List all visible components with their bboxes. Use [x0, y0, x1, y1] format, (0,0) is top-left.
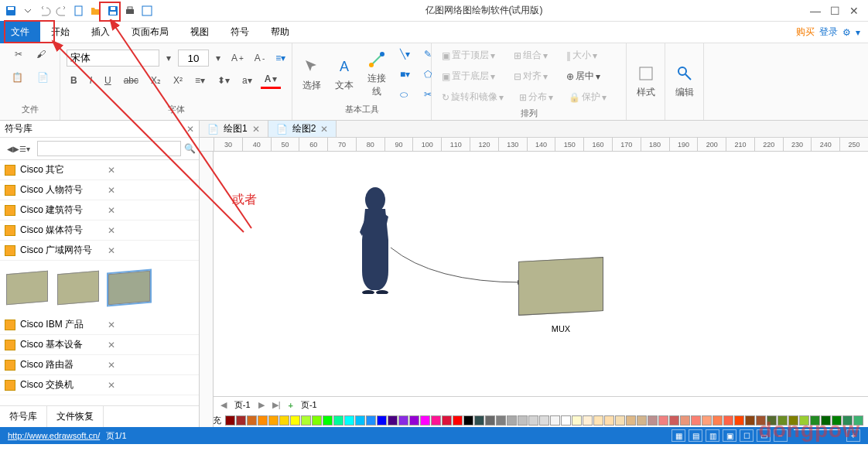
subscript-button[interactable]: X₂: [147, 73, 165, 88]
protect-button[interactable]: 🔒 保护 ▾: [565, 88, 610, 106]
minimize-button[interactable]: —: [810, 5, 821, 17]
page-last[interactable]: ▶|: [272, 400, 281, 410]
color-swatch[interactable]: [236, 415, 246, 426]
color-swatch[interactable]: [442, 415, 452, 426]
style-button[interactable]: 样式: [633, 62, 659, 101]
symbol-menu[interactable]: 符号: [220, 21, 260, 43]
increase-font[interactable]: A+: [227, 50, 248, 66]
text-tool[interactable]: A文本: [331, 55, 357, 94]
mux-shape[interactable]: MUX: [518, 259, 603, 333]
lib-close[interactable]: ✕: [104, 205, 195, 216]
save-button[interactable]: [3, 3, 19, 19]
doc-tab-2[interactable]: 📄 绘图2 ✕: [268, 121, 337, 137]
color-swatch[interactable]: [507, 415, 517, 426]
italic-button[interactable]: I: [86, 73, 96, 88]
view-mode-1[interactable]: ▦: [672, 429, 685, 442]
copy-button[interactable]: 📋: [8, 70, 27, 85]
lib-close[interactable]: ✕: [104, 245, 195, 256]
color-swatch[interactable]: [279, 415, 289, 426]
color-swatch[interactable]: [593, 415, 603, 426]
file-menu[interactable]: 文件: [0, 21, 40, 43]
clone-button[interactable]: 📄: [33, 70, 53, 85]
view-mode-5[interactable]: ☐: [740, 429, 754, 442]
color-swatch[interactable]: [561, 415, 571, 426]
color-swatch[interactable]: [518, 415, 528, 426]
distribute-button[interactable]: ⊞ 分布 ▾: [515, 88, 557, 106]
library-item[interactable]: Cisco 人物符号✕: [0, 180, 199, 200]
lib-close[interactable]: ✕: [104, 225, 195, 236]
color-swatch[interactable]: [344, 415, 354, 426]
color-swatch[interactable]: [323, 415, 333, 426]
font-size-input[interactable]: [178, 50, 209, 67]
library-item[interactable]: Cisco 建筑符号✕: [0, 200, 199, 220]
new-button[interactable]: [71, 3, 87, 19]
dropdown-icon[interactable]: ▾: [856, 27, 860, 38]
shape-thumb[interactable]: [57, 271, 99, 306]
shape-thumb[interactable]: [6, 271, 48, 306]
font-dropdown[interactable]: ▾: [162, 50, 175, 66]
search-icon[interactable]: 🔍: [184, 143, 196, 154]
align-button[interactable]: a▾: [238, 73, 256, 88]
color-swatch[interactable]: [734, 415, 744, 426]
lib-close[interactable]: ✕: [104, 380, 195, 391]
gear-icon[interactable]: ⚙: [842, 27, 851, 38]
status-url[interactable]: http://www.edrawsoft.cn/: [8, 431, 100, 440]
color-swatch[interactable]: [409, 415, 419, 426]
connector-tool[interactable]: 连接线: [364, 48, 390, 101]
color-swatch[interactable]: [572, 415, 582, 426]
color-swatch[interactable]: [474, 415, 484, 426]
color-swatch[interactable]: [355, 415, 365, 426]
color-swatch[interactable]: [723, 415, 733, 426]
color-swatch[interactable]: [669, 415, 679, 426]
help-menu[interactable]: 帮助: [260, 21, 300, 43]
print-button[interactable]: [122, 3, 138, 19]
library-item[interactable]: Cisco 路由器✕: [0, 355, 199, 375]
edit-button[interactable]: 编辑: [672, 62, 698, 101]
qat-dropdown[interactable]: [20, 3, 36, 19]
nav-buttons[interactable]: ◀▶☰▾: [3, 142, 34, 156]
color-swatch[interactable]: [539, 415, 549, 426]
close-tab-1[interactable]: ✕: [252, 124, 260, 135]
color-swatch[interactable]: [453, 415, 463, 426]
bottom-layer-button[interactable]: ▣ 置于底层 ▾: [438, 67, 499, 85]
color-swatch[interactable]: [648, 415, 658, 426]
underline-button[interactable]: U: [101, 73, 115, 88]
color-swatch[interactable]: [398, 415, 408, 426]
rect-tool[interactable]: ■▾: [396, 67, 414, 82]
color-swatch[interactable]: [713, 415, 723, 426]
clear-format[interactable]: ≡▾: [272, 50, 289, 66]
bold-button[interactable]: B: [67, 73, 81, 88]
view-mode-2[interactable]: ▤: [689, 429, 702, 442]
color-swatch[interactable]: [496, 415, 506, 426]
color-swatch[interactable]: [247, 415, 257, 426]
line-spacing-button[interactable]: ⬍▾: [214, 73, 234, 88]
color-swatch[interactable]: [691, 415, 701, 426]
color-swatch[interactable]: [702, 415, 712, 426]
sidebar-close[interactable]: ✕: [186, 124, 194, 135]
library-item[interactable]: Cisco 广域网符号✕: [0, 241, 199, 261]
page-prev[interactable]: ◀: [220, 400, 227, 410]
color-swatch[interactable]: [333, 415, 343, 426]
lib-close[interactable]: ✕: [104, 340, 195, 350]
color-swatch[interactable]: [637, 415, 647, 426]
color-swatch[interactable]: [377, 415, 387, 426]
color-swatch[interactable]: [431, 415, 441, 426]
library-item[interactable]: Cisco IBM 产品✕: [0, 315, 199, 335]
shape-thumb-selected[interactable]: [108, 271, 150, 306]
search-input[interactable]: [37, 141, 181, 156]
center-button[interactable]: ⊕ 居中 ▾: [562, 67, 604, 85]
lib-close[interactable]: ✕: [104, 360, 195, 371]
brush-button[interactable]: 🖌: [32, 46, 50, 62]
library-item[interactable]: Cisco 基本设备✕: [0, 335, 199, 355]
connection-arrow[interactable]: [387, 244, 526, 290]
start-menu[interactable]: 开始: [40, 21, 80, 43]
color-swatch[interactable]: [420, 415, 430, 426]
undo-button[interactable]: [37, 3, 53, 19]
maximize-button[interactable]: ☐: [830, 5, 840, 17]
tab-library[interactable]: 符号库: [0, 406, 47, 427]
group-button[interactable]: ⊞ 组合 ▾: [510, 46, 552, 64]
ellipse-tool[interactable]: ⬭: [396, 87, 414, 102]
color-swatch[interactable]: [550, 415, 560, 426]
add-page[interactable]: +: [289, 401, 293, 410]
view-mode-3[interactable]: ▥: [706, 429, 719, 442]
